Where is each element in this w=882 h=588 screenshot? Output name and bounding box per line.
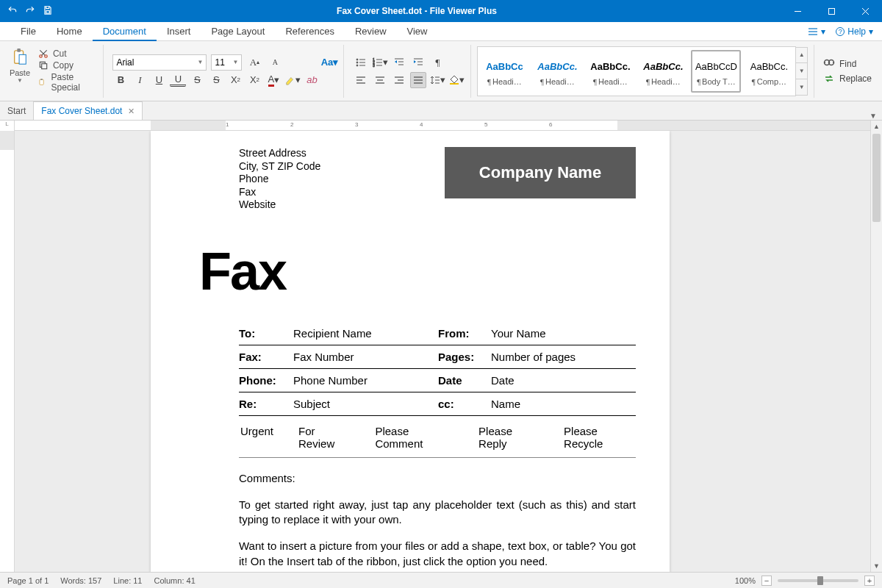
field-date[interactable]: Date — [490, 369, 636, 392]
menu-document[interactable]: Document — [93, 22, 157, 41]
subscript-button[interactable]: X2 — [246, 72, 262, 88]
gallery-scroll[interactable]: ▲ ▼ ▼ — [796, 47, 808, 96]
change-case-button[interactable]: Aa▾ — [321, 54, 337, 71]
font-family-select[interactable]: Arial▼ — [112, 54, 207, 71]
double-underline-button[interactable]: U — [170, 74, 186, 87]
copy-button[interactable]: Copy — [37, 60, 98, 71]
align-right-button[interactable] — [391, 72, 407, 88]
underline-button[interactable]: U — [151, 72, 167, 88]
bold-button[interactable]: B — [112, 72, 129, 88]
horizontal-ruler[interactable]: 123456 — [15, 121, 870, 131]
field-fax[interactable]: Fax Number — [292, 345, 438, 369]
font-size-select[interactable]: 11▼ — [211, 54, 242, 71]
undo-icon[interactable] — [7, 5, 18, 18]
find-button[interactable]: Find — [823, 59, 872, 69]
comment-paragraph[interactable]: To get started right away, just tap any … — [239, 498, 636, 528]
address-line[interactable]: Street Address — [239, 147, 320, 160]
sender-address[interactable]: Street AddressCity, ST ZIP CodePhoneFaxW… — [239, 147, 320, 212]
shading-button[interactable]: ▾ — [448, 72, 465, 88]
address-line[interactable]: Phone — [239, 173, 320, 186]
zoom-value[interactable]: 100% — [735, 576, 756, 585]
superscript-button[interactable]: X2 — [227, 72, 243, 88]
maximize-button[interactable] — [814, 0, 848, 22]
cut-button[interactable]: Cut — [37, 48, 98, 60]
zoom-slider[interactable] — [778, 579, 858, 582]
menu-insert[interactable]: Insert — [157, 22, 201, 41]
decrease-indent-button[interactable] — [391, 54, 407, 71]
minimize-button[interactable] — [781, 0, 814, 22]
gallery-up-icon[interactable]: ▲ — [796, 48, 807, 64]
paste-special-button[interactable]: Paste Special — [37, 71, 98, 93]
menu-review[interactable]: Review — [345, 22, 397, 41]
fax-option[interactable]: Please Reply — [478, 425, 539, 450]
menu-home[interactable]: Home — [46, 22, 93, 41]
ribbon-options-icon[interactable]: ▾ — [808, 26, 825, 37]
scroll-down-icon[interactable]: ▼ — [871, 560, 882, 572]
field-phone[interactable]: Phone Number — [292, 369, 438, 392]
zoom-out-button[interactable]: − — [761, 576, 772, 586]
menu-references[interactable]: References — [275, 22, 344, 41]
style-item[interactable]: AaBbCc. ¶Headi… — [585, 50, 635, 93]
italic-button[interactable]: I — [132, 72, 148, 88]
double-strike-button[interactable]: S — [208, 72, 224, 88]
shrink-font-button[interactable]: A — [267, 54, 283, 71]
tab-document[interactable]: Fax Cover Sheet.dot✕ — [33, 101, 143, 120]
increase-indent-button[interactable] — [410, 54, 426, 71]
numbering-button[interactable]: 123▾ — [372, 54, 388, 71]
menu-view[interactable]: View — [397, 22, 438, 41]
line-spacing-button[interactable]: ▾ — [429, 72, 445, 88]
field-to[interactable]: Recipient Name — [292, 322, 438, 345]
company-name-block[interactable]: Company Name — [445, 147, 636, 198]
grow-font-button[interactable]: A▴ — [246, 54, 262, 71]
address-line[interactable]: Fax — [239, 186, 320, 199]
field-pages[interactable]: Number of pages — [490, 345, 636, 369]
redo-icon[interactable] — [25, 5, 35, 18]
zoom-in-button[interactable]: + — [864, 576, 875, 586]
tabs-dropdown-icon[interactable]: ▼ — [869, 112, 882, 120]
save-icon[interactable] — [43, 5, 53, 18]
fax-option[interactable]: Please Recycle — [564, 425, 634, 450]
vertical-ruler[interactable] — [0, 131, 15, 572]
document-canvas[interactable]: Street AddressCity, ST ZIP CodePhoneFaxW… — [15, 131, 870, 572]
style-item[interactable]: AaBbCc. ¶Comp… — [744, 50, 794, 93]
scroll-thumb[interactable] — [872, 134, 881, 222]
field-cc[interactable]: Name — [490, 392, 636, 416]
scroll-up-icon[interactable]: ▲ — [871, 121, 882, 132]
status-page[interactable]: Page 1 of 1 — [7, 576, 49, 585]
styles-gallery[interactable]: AaBbCc ¶Headi… AaBbCc. ¶Headi… AaBbCc. ¶… — [477, 46, 796, 96]
fax-option[interactable]: Please Comment — [375, 425, 453, 450]
field-from[interactable]: Your Name — [490, 322, 636, 345]
gallery-down-icon[interactable]: ▼ — [796, 63, 807, 79]
fax-headline[interactable]: Fax — [199, 241, 636, 301]
tab-close-icon[interactable]: ✕ — [128, 107, 135, 116]
zoom-slider-handle[interactable] — [817, 576, 823, 585]
paste-button[interactable]: Paste▼ — [7, 48, 32, 84]
style-item[interactable]: AaBbCc. ¶Headi… — [532, 50, 582, 93]
address-line[interactable]: Website — [239, 198, 320, 212]
highlight-button[interactable]: ▾ — [284, 72, 301, 88]
menu-file[interactable]: File — [10, 22, 46, 41]
show-marks-button[interactable]: ¶ — [429, 54, 445, 71]
align-left-button[interactable] — [353, 72, 369, 88]
address-line[interactable]: City, ST ZIP Code — [239, 160, 320, 173]
menu-page-layout[interactable]: Page Layout — [201, 22, 275, 41]
bullets-button[interactable] — [353, 54, 369, 71]
fax-option[interactable]: For Review — [298, 425, 350, 450]
help-button[interactable]: ?Help▾ — [836, 26, 873, 37]
style-item[interactable]: AaBbCc ¶Headi… — [479, 50, 529, 93]
strikethrough-button[interactable]: S — [189, 72, 205, 88]
comment-paragraph[interactable]: Want to insert a picture from your files… — [239, 539, 636, 569]
tab-start[interactable]: Start — [0, 101, 33, 120]
status-words[interactable]: Words: 157 — [60, 576, 101, 585]
align-justify-button[interactable] — [410, 72, 426, 88]
field-re[interactable]: Subject — [292, 392, 438, 416]
style-item[interactable]: AaBbCcD ¶Body T… — [691, 50, 741, 93]
clear-format-button[interactable]: ab — [304, 72, 320, 88]
align-center-button[interactable] — [372, 72, 388, 88]
comments-block[interactable]: Comments: To get started right away, jus… — [239, 471, 636, 573]
gallery-more-icon[interactable]: ▼ — [796, 79, 807, 95]
vertical-scrollbar[interactable]: ▲ ▼ — [870, 121, 882, 572]
replace-button[interactable]: Replace — [823, 74, 872, 84]
font-color-button[interactable]: A▾ — [265, 72, 282, 88]
style-item[interactable]: AaBbCc. ¶Headi… — [638, 50, 688, 93]
